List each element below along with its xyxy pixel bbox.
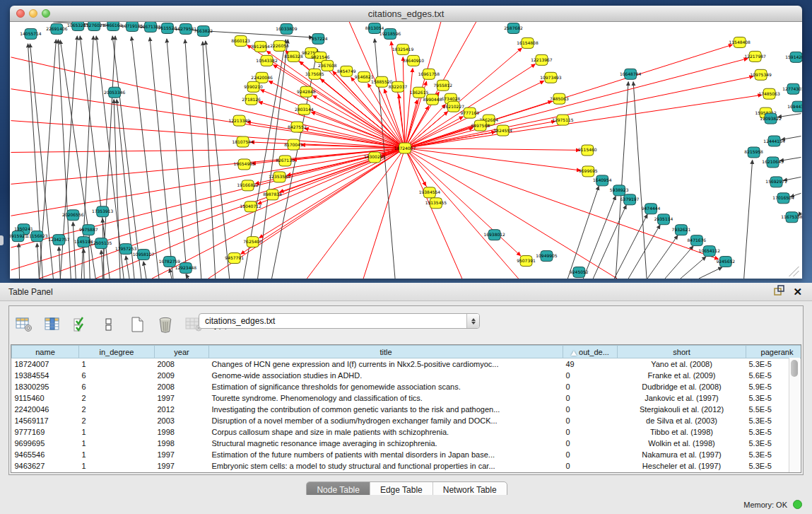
graph-node-label: 6497568 bbox=[471, 123, 490, 128]
window-resize-grip[interactable] bbox=[789, 267, 799, 276]
network-canvas[interactable]: 1872400786601238912954222605898275081054… bbox=[10, 22, 802, 279]
graph-node-label: 9457791 bbox=[225, 255, 244, 260]
graph-node-label: 16648784 bbox=[620, 71, 642, 76]
graph-node-label: 11156823 bbox=[26, 233, 48, 238]
cell-title: Structural magnetic resonance image aver… bbox=[209, 438, 563, 449]
column-header-short[interactable]: short bbox=[618, 346, 746, 358]
table-settings-button[interactable] bbox=[15, 315, 33, 334]
column-header-pagerank[interactable]: pagerank bbox=[746, 346, 802, 358]
graph-node-label: 8170041 bbox=[284, 142, 303, 147]
network-window-titlebar[interactable]: citations_edges.txt bbox=[10, 6, 802, 22]
graph-node-label: 12444154 bbox=[763, 139, 785, 144]
graph-node-label: 8912954 bbox=[251, 44, 270, 49]
table-select-dropdown[interactable]: citations_edges.txt bbox=[199, 313, 480, 329]
column-header-out_degree[interactable]: out_de... bbox=[563, 346, 618, 358]
cell-year: 1997 bbox=[155, 392, 209, 404]
cell-year: 1998 bbox=[155, 426, 209, 438]
graph-node-label: 12093822 bbox=[760, 116, 782, 121]
graph-node-label: 11548408 bbox=[729, 40, 751, 45]
close-panel-icon[interactable]: ✕ bbox=[793, 286, 802, 297]
column-header-in_degree[interactable]: in_degree bbox=[79, 346, 155, 358]
table-row[interactable]: 1872400712008Changes of HCN gene express… bbox=[12, 358, 802, 370]
cell-name: 14569117 bbox=[12, 415, 79, 426]
graph-node-label: 19218596 bbox=[379, 31, 401, 36]
cell-out_degree: 0 bbox=[563, 449, 618, 460]
graph-node-label: 7663822 bbox=[194, 28, 213, 33]
cell-year: 2003 bbox=[155, 415, 209, 426]
graph-node-label: 8322037 bbox=[389, 84, 408, 89]
new-file-button[interactable] bbox=[128, 315, 146, 334]
graph-node-label: 7625407 bbox=[243, 239, 262, 244]
graph-node-label: 10949905 bbox=[536, 253, 558, 258]
cell-title: Estimation of the future numbers of pati… bbox=[209, 449, 563, 460]
column-header-name[interactable]: name bbox=[12, 346, 79, 358]
graph-node-label: 9146821 bbox=[355, 74, 374, 79]
graph-node-label: 9474444 bbox=[642, 206, 661, 211]
graph-node-label: 12213967 bbox=[531, 57, 553, 62]
graph-node-label: 3824554 bbox=[493, 128, 512, 133]
graph-node-label: 16210227 bbox=[443, 104, 465, 109]
table-row[interactable]: 969969511998Structural magnetic resonanc… bbox=[12, 438, 802, 449]
graph-canvas: 1872400786601238912954222605898275081054… bbox=[10, 22, 802, 279]
cell-in_degree: 2 bbox=[79, 392, 155, 404]
table-row[interactable]: 977716911998Corpus callosum shape and si… bbox=[12, 426, 802, 438]
cell-in_degree: 6 bbox=[79, 381, 155, 392]
graph-node-label: 12975115 bbox=[552, 117, 574, 122]
cell-short: Jankovic et al. (1997) bbox=[618, 392, 746, 404]
table-row[interactable]: 946554611997Estimation of the future num… bbox=[12, 449, 802, 460]
graph-node-label: 12505135 bbox=[90, 240, 112, 245]
cell-out_degree: 0 bbox=[563, 460, 618, 472]
cell-short: Wolkin et al. (1998) bbox=[618, 438, 746, 449]
table-row[interactable]: 946362711997Embryonic stem cells: a mode… bbox=[12, 460, 802, 472]
cell-out_degree: 0 bbox=[563, 415, 618, 426]
table-row[interactable]: 1938455462009Genome-wide association stu… bbox=[12, 370, 802, 381]
table-row[interactable]: 911546021997Tourette syndrome. Phenomeno… bbox=[12, 392, 802, 404]
graph-node-label: 19654985 bbox=[233, 161, 255, 166]
row-height-button[interactable] bbox=[100, 315, 118, 334]
table-row[interactable]: 2242004622012Investigating the contribut… bbox=[12, 404, 802, 415]
graph-node-label: 18640910 bbox=[403, 58, 425, 63]
memory-status-label: Memory: OK bbox=[743, 501, 787, 509]
graph-node-label: 18300295 bbox=[364, 154, 386, 159]
graph-node-label: 10958107 bbox=[133, 252, 155, 257]
graph-node-label: 16154808 bbox=[517, 40, 539, 45]
memory-status-indicator bbox=[793, 500, 802, 509]
table-vertical-scrollbar[interactable] bbox=[789, 358, 800, 472]
table-row[interactable]: 1830029562008Estimation of significance … bbox=[12, 381, 802, 392]
graph-node-label: 16944302 bbox=[787, 104, 802, 109]
graph-node-label: 12353584 bbox=[269, 174, 290, 179]
graph-node-label: 15885520 bbox=[371, 79, 393, 84]
column-header-title[interactable]: title bbox=[209, 346, 563, 358]
scrollbar-thumb[interactable] bbox=[791, 360, 798, 377]
graph-node-label: 3175685 bbox=[305, 71, 324, 76]
graph-node-label: 9245652 bbox=[716, 259, 735, 264]
cell-short: de Silva et al. (2003) bbox=[618, 415, 746, 426]
cell-title: Estimation of significance thresholds fo… bbox=[209, 381, 563, 392]
graph-node-label: 16210643 bbox=[762, 159, 784, 164]
select-columns-button[interactable] bbox=[71, 315, 90, 334]
cell-out_degree: 0 bbox=[563, 370, 618, 381]
cell-in_degree: 6 bbox=[79, 370, 155, 381]
graph-node-label: 6379197 bbox=[620, 197, 640, 201]
cell-in_degree: 1 bbox=[79, 358, 155, 370]
splitter-handle[interactable] bbox=[0, 235, 4, 245]
cell-short: Stergiakouli et al. (2012) bbox=[618, 404, 746, 415]
column-header-year[interactable]: year bbox=[155, 346, 209, 358]
table-row[interactable]: 1456911722003Disruption of a novel membe… bbox=[12, 415, 802, 426]
graph-node-label: 15914203 bbox=[785, 54, 802, 59]
graph-node-label: 17016504 bbox=[772, 195, 794, 200]
delete-button[interactable] bbox=[156, 315, 175, 334]
table-header-row: namein_degreeyeartitleout_de...shortpage… bbox=[12, 346, 802, 358]
graph-node-label: 7857224 bbox=[309, 36, 328, 41]
graph-node-label: 17957253 bbox=[115, 246, 137, 251]
graph-node-label: 16938012 bbox=[483, 232, 505, 237]
graph-node-label: 11675338 bbox=[781, 214, 802, 219]
node-table[interactable]: namein_degreeyeartitleout_de...shortpage… bbox=[11, 344, 801, 473]
graph-node-label: 8186328 bbox=[284, 54, 303, 59]
show-column-button[interactable] bbox=[43, 315, 61, 334]
graph-node-label: 7932621 bbox=[672, 227, 691, 232]
float-panel-icon[interactable] bbox=[774, 285, 784, 298]
graph-node-label: 7485063 bbox=[550, 96, 569, 101]
graph-node-label: 9975887 bbox=[79, 227, 98, 232]
cell-short: Yano et al. (2008) bbox=[618, 358, 746, 370]
